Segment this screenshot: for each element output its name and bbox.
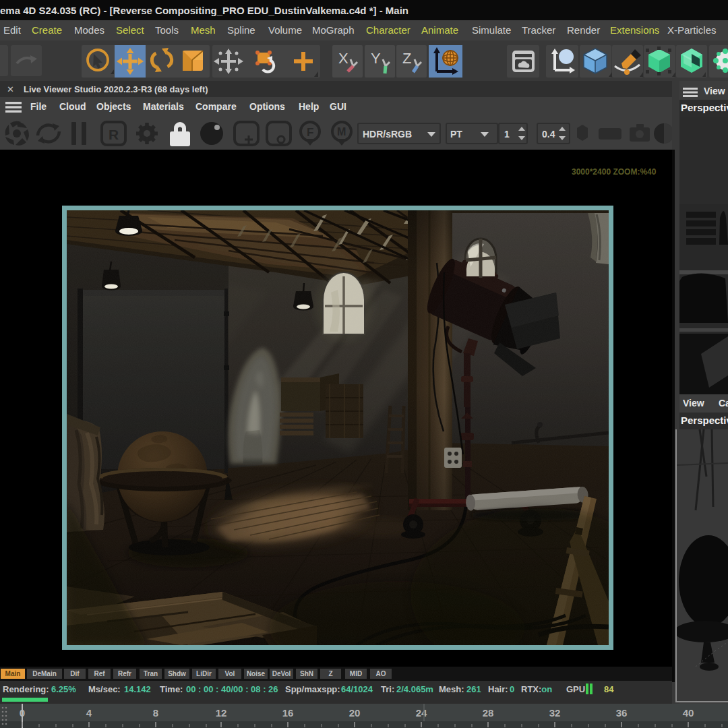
svg-text:F: F: [307, 126, 313, 139]
svg-text:Z: Z: [402, 50, 411, 67]
svg-text:1: 1: [504, 129, 510, 140]
svg-text:20: 20: [349, 707, 361, 719]
svg-text:12: 12: [216, 707, 227, 719]
svg-text:X: X: [338, 50, 348, 67]
svg-text:HDR/sRGB: HDR/sRGB: [363, 129, 412, 140]
svg-text:M: M: [337, 126, 346, 138]
svg-text:0.4: 0.4: [542, 129, 555, 140]
svg-text:40: 40: [683, 707, 694, 719]
svg-text:36: 36: [616, 707, 628, 719]
svg-text:8: 8: [153, 707, 158, 719]
svg-text:28: 28: [483, 707, 494, 719]
svg-text:32: 32: [549, 707, 561, 719]
svg-text:Y: Y: [371, 50, 381, 67]
svg-text:PT: PT: [450, 129, 462, 140]
svg-text:4: 4: [86, 707, 92, 719]
svg-text:R: R: [109, 127, 119, 142]
svg-text:16: 16: [282, 707, 294, 719]
svg-text:24: 24: [416, 707, 427, 719]
